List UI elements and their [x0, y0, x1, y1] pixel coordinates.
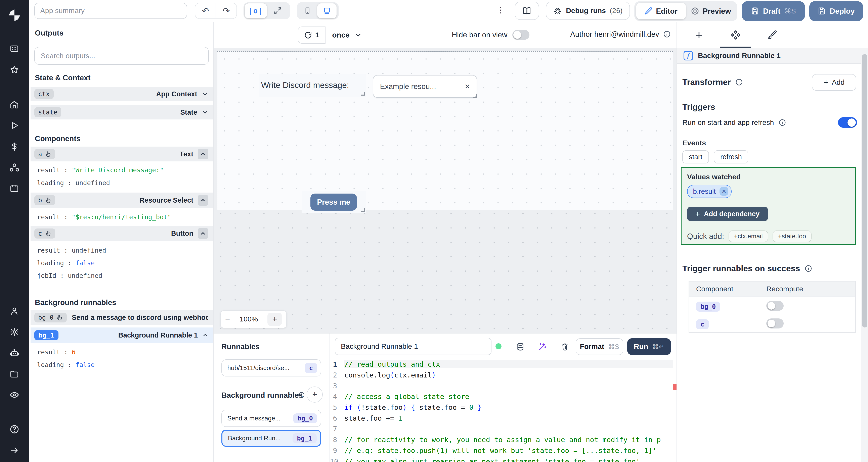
format-button[interactable]: Format ⌘S: [576, 338, 623, 355]
chevron-down-icon[interactable]: [202, 91, 208, 97]
code-line[interactable]: 8// for reactivity to work, you need to …: [330, 434, 673, 445]
resources-hub-icon[interactable]: [0, 157, 29, 178]
help-icon[interactable]: [0, 419, 29, 440]
info-icon[interactable]: [298, 392, 305, 399]
mobile-view-button[interactable]: [298, 3, 317, 18]
resize-handle[interactable]: [473, 94, 477, 98]
desktop-view-button[interactable]: [317, 3, 337, 18]
kv-row[interactable]: loading:undefined: [37, 176, 210, 189]
code-line[interactable]: 6state.foo += 1: [330, 413, 673, 424]
kv-row[interactable]: loading:false: [37, 257, 210, 269]
runnable-name-input[interactable]: [335, 338, 492, 355]
recompute-toggle-c[interactable]: [766, 319, 783, 328]
debug-runs-button[interactable]: Debug runs (26): [546, 2, 630, 20]
watched-value-chip[interactable]: b.result ✕: [687, 185, 732, 198]
code-line[interactable]: 10// you may also just reassign as next …: [330, 456, 673, 462]
code-line[interactable]: 4// access a global state store: [330, 391, 673, 402]
redo-button[interactable]: ↷: [216, 3, 237, 19]
runnable-item-hub[interactable]: hub/1511/discord/se... c: [221, 359, 321, 376]
event-chip-start[interactable]: start: [682, 151, 709, 163]
hide-bar-toggle[interactable]: [513, 30, 529, 40]
component-row-c[interactable]: c Button: [31, 226, 213, 241]
ai-wand-icon[interactable]: [536, 340, 549, 353]
kv-row[interactable]: result:"$res:u/henri/testing_bot": [37, 211, 210, 224]
expand-layout-button[interactable]: [267, 3, 289, 18]
windmill-logo-icon[interactable]: [0, 5, 29, 26]
refresh-count-button[interactable]: 1: [298, 27, 326, 43]
output-row-ctx[interactable]: ctx App Context: [31, 87, 213, 101]
right-panel-scrollbar[interactable]: [861, 48, 868, 462]
info-icon[interactable]: [805, 265, 812, 272]
tab-styling[interactable]: [761, 22, 783, 48]
add-dependency-button[interactable]: + Add dependency: [687, 207, 768, 221]
component-row-b[interactable]: b Resource Select: [31, 193, 213, 208]
run-on-start-toggle[interactable]: [838, 117, 857, 128]
kv-row[interactable]: jobId:undefined: [37, 269, 210, 282]
search-outputs-input[interactable]: [34, 47, 209, 65]
home-icon[interactable]: [0, 94, 29, 115]
variables-dollar-icon[interactable]: [0, 136, 29, 157]
kv-row[interactable]: loading:false: [37, 358, 210, 371]
delete-trash-icon[interactable]: [559, 340, 571, 353]
apps-icon[interactable]: [0, 38, 29, 59]
press-me-button[interactable]: Press me: [310, 194, 357, 210]
folders-icon[interactable]: [0, 363, 29, 385]
chevron-up-icon[interactable]: [198, 195, 208, 205]
quick-add-state-foo[interactable]: +state.foo: [773, 231, 811, 242]
draft-button[interactable]: Draft ⌘S: [742, 1, 805, 21]
chevron-up-icon[interactable]: [198, 228, 208, 238]
kv-row[interactable]: result:"Write Discord message:": [37, 164, 210, 176]
info-icon[interactable]: [663, 30, 671, 38]
button-component-c[interactable]: Press me: [302, 191, 366, 212]
code-line[interactable]: 1// read outputs and ctx: [330, 359, 673, 370]
tab-insert-component[interactable]: +: [688, 22, 710, 48]
deploy-button[interactable]: Deploy: [809, 1, 863, 21]
tab-preview[interactable]: Preview: [686, 3, 736, 20]
add-transformer-button[interactable]: + Add: [812, 74, 856, 91]
quick-add-ctx-email[interactable]: +ctx.email: [728, 231, 768, 242]
app-grid-container[interactable]: Write Discord message: Example resou... …: [217, 52, 673, 210]
undo-button[interactable]: ↶: [195, 3, 216, 19]
center-layout-button[interactable]: |o|: [245, 3, 267, 18]
add-background-runnable-button[interactable]: +: [307, 387, 323, 403]
zoom-out-button[interactable]: −: [225, 315, 230, 324]
more-menu-button[interactable]: ⋮: [496, 5, 504, 15]
scrollbar-thumb[interactable]: [862, 54, 868, 328]
chevron-up-icon[interactable]: [202, 332, 208, 338]
resource-select-component-b[interactable]: Example resou... ×: [373, 75, 477, 98]
resize-handle[interactable]: [361, 208, 365, 211]
info-icon[interactable]: [778, 119, 786, 127]
cache-database-icon[interactable]: [514, 340, 526, 353]
remove-watched-icon[interactable]: ✕: [719, 187, 728, 196]
zoom-in-button[interactable]: +: [268, 312, 282, 326]
event-chip-refresh[interactable]: refresh: [714, 151, 748, 163]
code-lines[interactable]: 1// read outputs and ctx2console.log(ctx…: [330, 359, 673, 462]
component-row-a[interactable]: a Text: [31, 146, 213, 161]
canvas-area[interactable]: Write Discord message: Example resou... …: [214, 48, 676, 333]
audit-eye-icon[interactable]: [0, 385, 29, 405]
code-line[interactable]: 5if (!state.foo) { state.foo = 0 }: [330, 402, 673, 413]
recompute-mode-dropdown[interactable]: once: [332, 27, 362, 43]
info-icon[interactable]: [735, 78, 743, 86]
docs-book-button[interactable]: [515, 2, 539, 20]
schedules-calendar-icon[interactable]: [0, 178, 29, 199]
code-line[interactable]: 7: [330, 424, 673, 434]
clear-select-icon[interactable]: ×: [465, 81, 470, 91]
expand-rail-arrow-icon[interactable]: [0, 440, 29, 461]
runnable-row-bg1[interactable]: bg_1 Background Runnable 1: [31, 328, 213, 343]
chevron-down-icon[interactable]: [202, 109, 208, 116]
kv-row[interactable]: result:6: [37, 346, 210, 358]
kv-row[interactable]: result:undefined: [37, 244, 210, 257]
favorites-star-icon[interactable]: [0, 59, 29, 80]
run-button[interactable]: Run ⌘↵: [627, 338, 671, 355]
user-icon[interactable]: [0, 300, 29, 322]
text-component-a[interactable]: Write Discord message:: [259, 74, 366, 97]
code-line[interactable]: 9// e.g: state.foo.push(1) will not work…: [330, 445, 673, 456]
resize-handle[interactable]: [361, 92, 365, 96]
runnable-item-bg1-selected[interactable]: Background Run... bg_1: [221, 430, 321, 447]
tab-editor[interactable]: Editor: [636, 3, 686, 20]
runs-play-icon[interactable]: [0, 115, 29, 136]
workers-robot-icon[interactable]: [0, 342, 29, 363]
app-summary-input[interactable]: [34, 3, 187, 19]
code-line[interactable]: 3: [330, 381, 673, 391]
